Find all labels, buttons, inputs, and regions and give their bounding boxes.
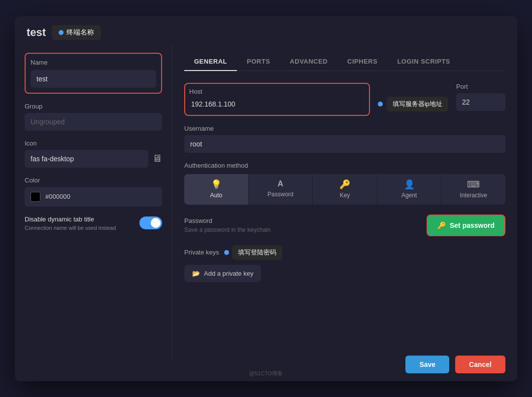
port-label: Port xyxy=(456,83,505,90)
auth-auto[interactable]: 💡 Auto xyxy=(184,174,249,205)
name-group: Name xyxy=(25,53,162,94)
modal-body: Name Group Icon 🖥 Color xyxy=(15,45,517,361)
icon-group: Icon 🖥 xyxy=(25,140,162,168)
auth-agent[interactable]: 👤 Agent xyxy=(377,174,442,205)
auth-methods: 💡 Auto A Password 🔑 Key 👤 Agent xyxy=(184,174,505,205)
auth-interactive[interactable]: ⌨ Interactive xyxy=(441,174,505,205)
toggle-row: Disable dynamic tab title Connection nam… xyxy=(25,216,162,232)
auth-password[interactable]: A Password xyxy=(249,174,313,205)
interactive-icon: ⌨ xyxy=(467,180,480,189)
icon-field-row: 🖥 xyxy=(25,150,162,168)
username-label: Username xyxy=(184,125,505,132)
left-panel: Name Group Icon 🖥 Color xyxy=(15,45,172,361)
port-group: Port xyxy=(456,83,505,111)
set-password-label: Set password xyxy=(450,221,495,229)
cancel-button[interactable]: Cancel xyxy=(455,356,505,373)
tooltip-dot xyxy=(378,102,383,107)
modal-dialog: test 终端名称 Name Group Icon 🖥 xyxy=(15,16,517,381)
private-keys-section: Private keys 填写登陆密码 📂 Add a private key xyxy=(184,245,505,282)
password-info: Password Save a password in the keychain xyxy=(184,217,419,233)
name-label: Name xyxy=(31,59,156,66)
color-value: #000000 xyxy=(45,193,70,200)
tab-ports[interactable]: PORTS xyxy=(237,53,280,71)
tab-advanced[interactable]: ADVANCED xyxy=(280,53,337,71)
host-input[interactable] xyxy=(189,97,365,111)
tab-general[interactable]: GENERAL xyxy=(184,53,237,71)
password-row: Password Save a password in the keychain… xyxy=(184,215,505,236)
color-group: Color #000000 xyxy=(25,177,162,207)
key-icon: 🔑 xyxy=(339,180,350,189)
username-row: Username xyxy=(184,125,505,153)
folder-icon: 📂 xyxy=(192,270,200,277)
auth-auto-label: Auto xyxy=(210,192,222,199)
name-input[interactable] xyxy=(31,70,156,88)
group-label: Group xyxy=(25,103,162,110)
tab-login-scripts[interactable]: LOGIN SCRIPTS xyxy=(387,53,460,71)
icon-input[interactable] xyxy=(25,150,148,168)
password-tooltip-dot xyxy=(224,250,229,255)
toggle-title: Disable dynamic tab title xyxy=(25,216,133,223)
host-label: Host xyxy=(189,88,365,95)
group-input[interactable] xyxy=(25,113,162,131)
toggle-desc: Connection name will be used instead xyxy=(25,224,133,232)
password-hint: Save a password in the keychain xyxy=(184,226,419,233)
dynamic-tab-toggle[interactable] xyxy=(139,217,162,229)
password-tooltip-area: 填写登陆密码 xyxy=(224,245,282,260)
auth-label: Authentication method xyxy=(184,162,505,169)
host-group: Host xyxy=(184,83,370,116)
host-port-row: Host 填写服务器ip地址 Port xyxy=(184,83,505,116)
tab-ciphers[interactable]: CIPHERS xyxy=(337,53,387,71)
watermark: @51CTO博客 xyxy=(249,370,283,377)
add-private-key-button[interactable]: 📂 Add a private key xyxy=(184,265,261,282)
color-field-row[interactable]: #000000 xyxy=(25,187,162,207)
agent-icon: 👤 xyxy=(404,180,415,189)
modal-title: test xyxy=(27,26,46,39)
toggle-text: Disable dynamic tab title Connection nam… xyxy=(25,216,133,232)
username-group: Username xyxy=(184,125,505,153)
desktop-icon: 🖥 xyxy=(152,153,162,164)
modal-header: test 终端名称 xyxy=(15,16,517,45)
password-section: Password Save a password in the keychain… xyxy=(184,215,505,236)
auth-key[interactable]: 🔑 Key xyxy=(313,174,377,205)
auth-password-label: Password xyxy=(267,191,294,198)
save-button[interactable]: Save xyxy=(405,356,449,373)
auth-interactive-label: Interactive xyxy=(460,192,487,199)
auth-section: Authentication method 💡 Auto A Password … xyxy=(184,162,505,205)
right-panel: GENERAL PORTS ADVANCED CIPHERS LOGIN SCR… xyxy=(172,45,517,361)
set-password-button[interactable]: 🔑 Set password xyxy=(427,215,505,236)
toggle-section: Disable dynamic tab title Connection nam… xyxy=(25,216,162,232)
icon-label: Icon xyxy=(25,140,162,147)
password-icon: A xyxy=(278,180,284,188)
private-keys-label-text: Private keys xyxy=(184,249,219,256)
password-key-icon: 🔑 xyxy=(437,221,446,229)
host-tooltip-box: 填写服务器ip地址 xyxy=(387,97,448,111)
group-group: Group xyxy=(25,103,162,131)
color-label: Color xyxy=(25,177,162,184)
header-tooltip: 终端名称 xyxy=(52,25,101,40)
password-tooltip-box: 填写登陆密码 xyxy=(232,245,282,260)
auto-icon: 💡 xyxy=(211,180,222,189)
tab-bar: GENERAL PORTS ADVANCED CIPHERS LOGIN SCR… xyxy=(184,53,505,71)
auth-agent-label: Agent xyxy=(401,192,417,199)
color-swatch xyxy=(31,192,40,202)
modal-footer: Save Cancel xyxy=(394,348,517,381)
password-title: Password xyxy=(184,217,419,224)
username-input[interactable] xyxy=(184,135,505,153)
port-input[interactable] xyxy=(456,93,505,111)
add-key-label: Add a private key xyxy=(204,270,253,277)
auth-key-label: Key xyxy=(340,192,350,199)
private-keys-row: Private keys 填写登陆密码 xyxy=(184,245,505,260)
host-tooltip-area: 填写服务器ip地址 xyxy=(378,97,448,111)
header-tooltip-text: 终端名称 xyxy=(66,28,94,37)
